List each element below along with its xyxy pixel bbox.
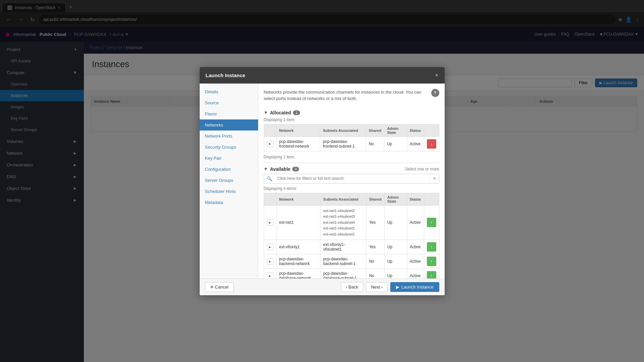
remove-alloc-0-btn[interactable]: ↓ — [427, 139, 436, 149]
expand-alloc-0-btn[interactable]: ► — [267, 141, 274, 147]
launch-instance-btn[interactable]: ▶ Launch Instance — [390, 282, 439, 292]
avail-shared-1: Yes — [366, 240, 384, 254]
allocated-display-count-bottom: Displaying 1 item — [264, 155, 439, 159]
nav-source[interactable]: Source — [200, 97, 258, 108]
available-row-1: ► ext-v6only1 ext-v6only1-v6subnet1 Yes … — [264, 240, 439, 254]
modal-body: Details Source Flavor Networks Network P… — [200, 84, 445, 278]
nav-network-ports[interactable]: Network Ports — [200, 131, 258, 142]
avail-shared-3: No — [366, 269, 384, 278]
expand-avail-0-btn[interactable]: ► — [267, 219, 274, 226]
avail-col-action — [424, 193, 439, 205]
modal-nav: Details Source Flavor Networks Network P… — [200, 84, 258, 278]
search-icon: 🔍 — [264, 174, 275, 183]
expand-avail-2-btn[interactable]: ► — [267, 258, 274, 265]
nav-networks[interactable]: Networks — [200, 119, 258, 131]
modal-networks-content: Networks provide the communication chann… — [258, 84, 445, 278]
nav-flavor[interactable]: Flavor — [200, 108, 258, 119]
alloc-col-status: Status — [407, 124, 424, 137]
avail-network-3: pcp-dawxdax-database-network — [276, 269, 320, 278]
avail-shared-2: No — [366, 254, 384, 269]
expand-avail-3-btn[interactable]: ► — [267, 272, 274, 278]
available-chevron: ▼ — [264, 166, 268, 171]
available-hint: Select one or more — [405, 167, 439, 171]
available-row-3: ► pcp-dawxdax-database-network pcp-dawxd… — [264, 269, 439, 278]
avail-status-0: Active — [407, 205, 424, 240]
avail-subnets-1: ext-v6only1-v6subnet1 — [320, 240, 366, 254]
allocated-display-count: Displaying 1 item — [264, 117, 439, 122]
alloc-admin-0: Up — [384, 137, 407, 151]
available-display-count: Displaying 4 items — [264, 186, 439, 191]
available-row-0: ► ext-net1 ext-net1-v4subnet2 ext-net1-v… — [264, 205, 439, 240]
nav-metadata[interactable]: Metadata — [200, 197, 258, 208]
nav-security-groups[interactable]: Security Groups — [200, 142, 258, 153]
available-title: Available — [270, 166, 290, 172]
nav-details[interactable]: Details — [200, 86, 258, 97]
available-row-2: ► pcp-dawxdax-backend-network pcp-dawxda… — [264, 254, 439, 269]
avail-network-1: ext-v6only1 — [276, 240, 320, 254]
allocated-badge: 1 — [293, 110, 300, 115]
nav-server-groups[interactable]: Server Groups — [200, 175, 258, 186]
avail-status-3: Active — [407, 269, 424, 278]
avail-subnets-3: pcp-dawxdax-database-subnet-1 — [320, 269, 366, 278]
avail-admin-0: Up — [384, 205, 407, 240]
alloc-col-expand — [264, 124, 276, 137]
nav-key-pair[interactable]: Key Pair — [200, 153, 258, 164]
nav-scheduler-hints[interactable]: Scheduler Hints — [200, 186, 258, 197]
avail-subnets-2: pcp-dawxdax-backend-subnet-1 — [320, 254, 366, 269]
help-btn[interactable]: ? — [431, 89, 439, 97]
available-section-header: ▼ Available 4 Select one or more — [264, 166, 439, 172]
alloc-shared-0: No — [366, 137, 384, 151]
avail-admin-1: Up — [384, 240, 407, 254]
avail-admin-3: Up — [384, 269, 407, 278]
avail-col-admin: Admin State — [384, 193, 407, 205]
alloc-col-network: Network — [276, 124, 320, 137]
avail-status-1: Active — [407, 240, 424, 254]
allocated-table: Network Subnets Associated Shared Admin … — [264, 124, 439, 151]
alloc-col-admin: Admin State — [384, 124, 407, 137]
avail-subnets-0: ext-net1-v4subnet2 ext-net1-v4subnet3 ex… — [320, 205, 366, 240]
modal-overlay: Launch Instance × Details Source Flavor … — [0, 0, 644, 362]
avail-shared-0: Yes — [366, 205, 384, 240]
available-badge: 4 — [292, 167, 299, 171]
allocated-row-0: ► pcp-dawxdax-frontend-network pcp-dawxd… — [264, 137, 439, 151]
avail-col-network: Network — [276, 193, 320, 205]
avail-col-subnets: Subnets Associated — [320, 193, 366, 205]
modal-title: Launch Instance — [206, 72, 245, 78]
modal-footer: ✕ Cancel ‹ Back Next › ▶ Launch Instance — [200, 278, 445, 295]
launch-instance-modal: Launch Instance × Details Source Flavor … — [200, 67, 445, 295]
expand-avail-1-btn[interactable]: ► — [267, 244, 274, 250]
alloc-col-subnets: Subnets Associated — [320, 124, 366, 137]
alloc-col-action — [424, 124, 439, 137]
avail-network-2: pcp-dawxdax-backend-network — [276, 254, 320, 269]
networks-help-text: Networks provide the communication chann… — [264, 89, 422, 102]
allocated-section-header: ▼ Allocated 1 — [264, 110, 439, 115]
allocated-chevron: ▼ — [264, 110, 268, 115]
rocket-icon: ▶ — [396, 285, 399, 290]
available-search-input[interactable] — [275, 174, 430, 183]
section-separator — [264, 163, 439, 163]
avail-admin-2: Up — [384, 254, 407, 269]
next-btn[interactable]: Next › — [366, 282, 388, 292]
avail-col-shared: Shared — [366, 193, 384, 205]
cancel-btn[interactable]: ✕ Cancel — [205, 282, 234, 292]
avail-col-expand — [264, 193, 276, 205]
alloc-network-0: pcp-dawxdax-frontend-network — [276, 137, 320, 151]
allocated-title: Allocated — [270, 110, 291, 115]
add-avail-1-btn[interactable]: ↑ — [427, 242, 436, 252]
available-table: Network Subnets Associated Shared Admin … — [264, 193, 439, 278]
back-btn-modal[interactable]: ‹ Back — [341, 282, 363, 292]
alloc-subnets-0: pcp-dawxdax-frontend-subnet-1 — [320, 137, 366, 151]
alloc-col-shared: Shared — [366, 124, 384, 137]
modal-header: Launch Instance × — [200, 67, 445, 84]
modal-footer-right: ‹ Back Next › ▶ Launch Instance — [341, 282, 439, 292]
search-clear-btn[interactable]: ✕ — [430, 174, 439, 183]
avail-status-2: Active — [407, 254, 424, 269]
nav-configuration[interactable]: Configuration — [200, 164, 258, 175]
available-search-bar: 🔍 ✕ — [264, 174, 439, 184]
add-avail-3-btn[interactable]: ↑ — [427, 271, 436, 278]
avail-col-status: Status — [407, 193, 424, 205]
avail-network-0: ext-net1 — [276, 205, 320, 240]
modal-close-btn[interactable]: × — [435, 72, 439, 79]
add-avail-2-btn[interactable]: ↑ — [427, 257, 436, 266]
add-avail-0-btn[interactable]: ↑ — [427, 218, 436, 227]
